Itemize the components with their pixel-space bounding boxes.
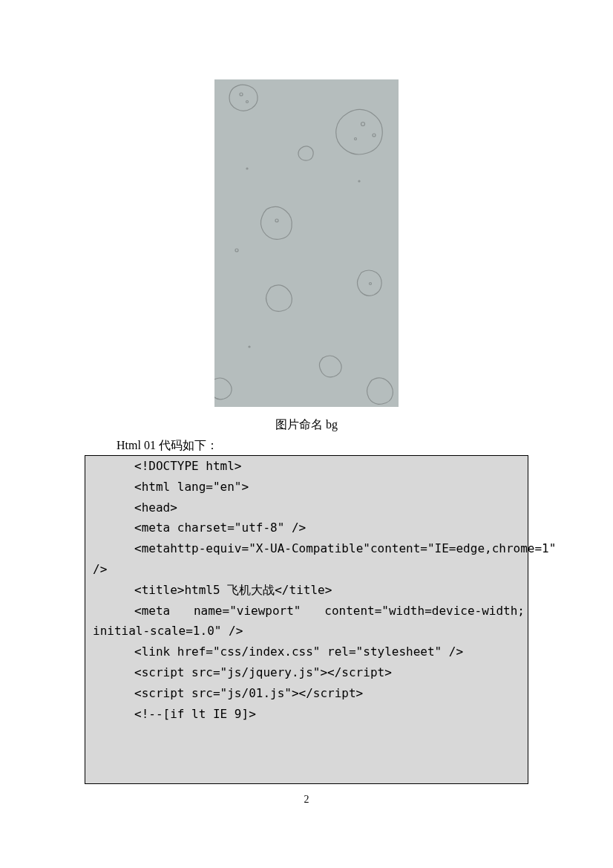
- code-line: <head>: [85, 497, 528, 518]
- svg-point-0: [240, 93, 243, 96]
- code-line: />: [85, 559, 528, 580]
- code-text: <!--[if lt IE 9]>: [134, 707, 256, 721]
- bg-texture-svg: [214, 79, 399, 407]
- code-text: content="IE=edge,chrome=1": [370, 538, 556, 559]
- svg-point-7: [246, 168, 248, 169]
- svg-point-2: [361, 123, 365, 126]
- svg-point-5: [275, 219, 278, 222]
- svg-point-10: [370, 283, 372, 285]
- code-line: initial-scale=1.0" />: [85, 621, 528, 642]
- code-text: <head>: [134, 500, 177, 515]
- code-line: <meta name="viewport" content="width=dev…: [85, 601, 528, 621]
- code-text: <meta: [93, 538, 170, 559]
- svg-point-6: [235, 249, 238, 252]
- code-line: <meta http-equiv="X-UA-Compatible" conte…: [85, 538, 528, 559]
- svg-point-8: [249, 346, 250, 347]
- code-intro-text: Html 01 代码如下：: [117, 438, 218, 454]
- svg-point-9: [358, 180, 360, 182]
- code-line: <meta charset="utf-8" />: [85, 518, 528, 538]
- code-text: <link href="css/index.css" rel="styleshe…: [134, 645, 463, 659]
- document-page: 图片命名 bg Html 01 代码如下： <!DOCTYPE html> <h…: [0, 0, 613, 868]
- code-line: <html lang="en">: [85, 477, 528, 497]
- code-text: <title>html5 飞机大战</title>: [134, 583, 332, 597]
- bg-image: [214, 79, 399, 407]
- code-text: <script src="js/01.js"></script>: [134, 686, 363, 700]
- page-number: 2: [0, 794, 613, 806]
- svg-point-3: [373, 134, 376, 137]
- code-text: <script src="js/jquery.js"></script>: [134, 665, 392, 679]
- code-line: <!--[if lt IE 9]>: [85, 704, 528, 725]
- svg-point-4: [355, 138, 357, 140]
- code-text: <html lang="en">: [134, 480, 249, 494]
- code-line: <!DOCTYPE html>: [85, 456, 528, 477]
- code-text: <!DOCTYPE html>: [134, 459, 242, 473]
- code-text: http-equiv="X-UA-Compatible": [170, 538, 370, 559]
- code-text: <meta charset="utf-8" />: [134, 521, 306, 535]
- code-text: <meta: [93, 601, 170, 621]
- code-line: <title>html5 飞机大战</title>: [85, 580, 528, 601]
- image-caption: 图片命名 bg: [0, 417, 613, 433]
- code-block: <!DOCTYPE html> <html lang="en"> <head> …: [85, 455, 528, 784]
- code-text: content="width=device-width;: [324, 601, 525, 621]
- code-line: <script src="js/01.js"></script>: [85, 683, 528, 704]
- code-text: name="viewport": [194, 601, 301, 621]
- code-line: <link href="css/index.css" rel="styleshe…: [85, 642, 528, 662]
- code-line: <script src="js/jquery.js"></script>: [85, 662, 528, 683]
- svg-point-1: [246, 101, 249, 103]
